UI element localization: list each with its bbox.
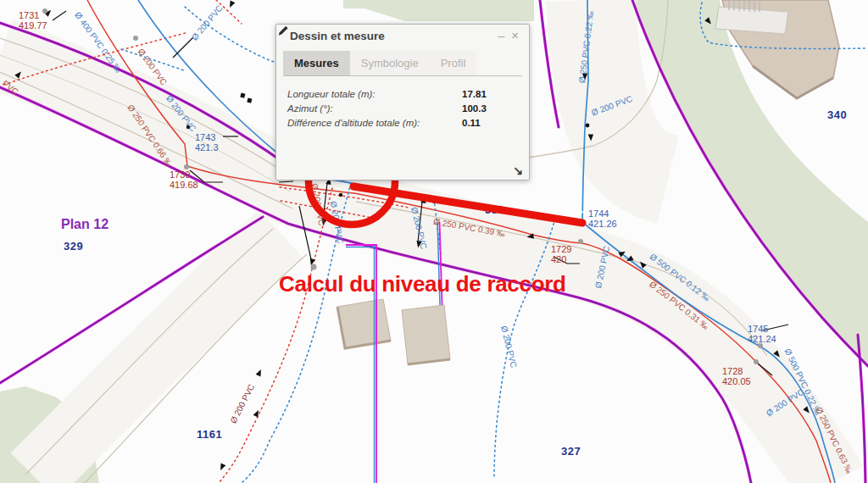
map-label: 1161 bbox=[197, 428, 222, 441]
map-label: Ø 200 PVC bbox=[228, 382, 256, 425]
map-canvas[interactable]: Plan 1232933132734011611731419.771730419… bbox=[0, 0, 868, 483]
building-stairs bbox=[729, 0, 760, 12]
close-button[interactable]: × bbox=[508, 30, 522, 42]
tab-profil[interactable]: Profil bbox=[430, 51, 477, 75]
pencil-icon bbox=[276, 25, 289, 37]
annotation-caption: Calcul du niveau de raccord bbox=[279, 271, 566, 297]
field-value: 100.3 bbox=[462, 103, 487, 114]
field-longueur: Longueur totale (m): 17.81 bbox=[287, 89, 520, 99]
map-label: 1743421.3 bbox=[195, 132, 219, 153]
map-label: 327 bbox=[561, 445, 581, 458]
field-azimut: Azimut (°): 100.3 bbox=[287, 103, 520, 114]
field-label: Longueur totale (m): bbox=[287, 89, 462, 99]
dessin-et-mesure-dialog[interactable]: Dessin et mesure – × Mesures Symbologie … bbox=[275, 24, 530, 180]
map-label: 1745421.24 bbox=[748, 324, 776, 344]
field-value: 0.11 bbox=[462, 118, 481, 128]
dialog-title: Dessin et mesure bbox=[290, 30, 494, 42]
dialog-titlebar[interactable]: Dessin et mesure – × bbox=[276, 25, 529, 47]
field-difference-altitude: Différence d'altitude totale (m): 0.11 bbox=[287, 118, 520, 128]
measurement-fields: Longueur totale (m): 17.81 Azimut (°): 1… bbox=[276, 76, 529, 128]
resize-handle-icon[interactable]: ↘ bbox=[513, 164, 523, 177]
map-label: 1744421.26 bbox=[588, 208, 617, 229]
tab-mesures[interactable]: Mesures bbox=[283, 51, 350, 75]
map-label: 329 bbox=[64, 240, 83, 253]
map-label: Plan 12 bbox=[61, 217, 108, 231]
minimize-button[interactable]: – bbox=[494, 30, 508, 42]
map-label: 340 bbox=[827, 108, 847, 121]
tab-symbologie[interactable]: Symbologie bbox=[350, 51, 430, 75]
map-label: Ø 200 PVC bbox=[499, 325, 519, 369]
map-label: Ø 200 PVC bbox=[190, 3, 225, 42]
field-label: Azimut (°): bbox=[287, 103, 462, 114]
map-label: 1731419.77 bbox=[19, 10, 47, 31]
field-label: Différence d'altitude totale (m): bbox=[287, 118, 462, 128]
dialog-tabs: Mesures Symbologie Profil bbox=[283, 51, 522, 76]
field-value: 17.81 bbox=[462, 89, 487, 99]
